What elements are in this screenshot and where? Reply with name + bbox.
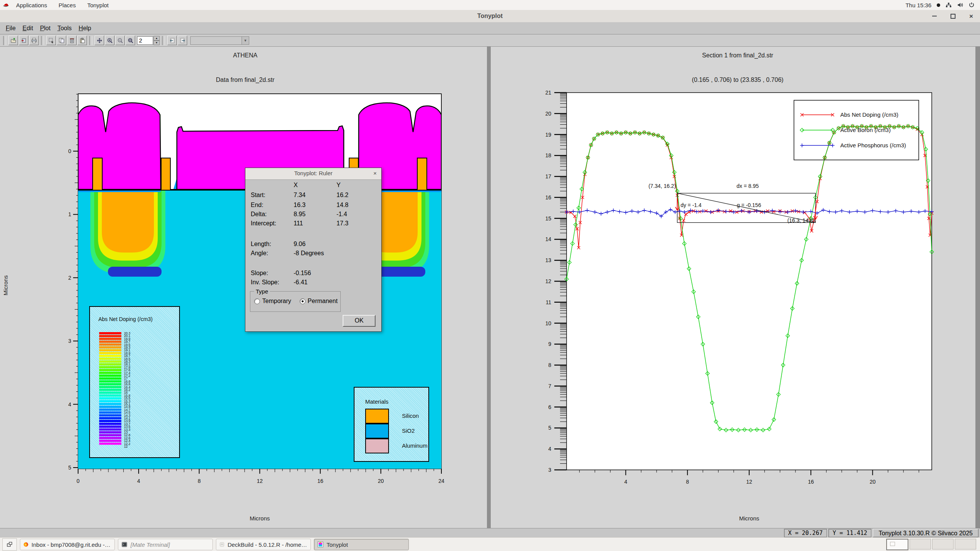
applications-menu[interactable]: Applications <box>11 1 52 9</box>
svg-text:Abs Net Doping (/cm3): Abs Net Doping (/cm3) <box>840 111 898 118</box>
row-label: Start: <box>251 192 265 199</box>
prev-plot-icon <box>169 37 175 44</box>
workspace-4[interactable] <box>955 539 976 549</box>
svg-text:10: 10 <box>545 320 551 326</box>
main-area: ATHENA Data from final_2d.str Microns 01… <box>0 47 980 528</box>
svg-text:3: 3 <box>548 467 551 473</box>
zoom-out-button[interactable] <box>115 36 125 45</box>
svg-text:5: 5 <box>68 465 71 471</box>
cursor-y-readout: Y = 11.412 <box>828 529 871 537</box>
svg-text:9: 9 <box>548 341 551 347</box>
row-value-x: 8.95 <box>294 211 305 218</box>
doping-legend-title: Abs Net Doping (/cm3) <box>98 316 153 322</box>
copy-button[interactable] <box>57 36 66 45</box>
file-menu[interactable]: File <box>2 24 19 33</box>
svg-text:8: 8 <box>198 478 201 484</box>
radio-temporary-icon[interactable] <box>254 298 260 304</box>
save-icon <box>21 37 27 44</box>
svg-text:20: 20 <box>545 111 551 117</box>
task-label: Tonyplot <box>327 541 348 548</box>
volume-icon[interactable] <box>957 2 963 8</box>
pan-button[interactable] <box>95 36 104 45</box>
tonyplot-icon <box>317 541 323 548</box>
radio-permanent[interactable]: Permanent <box>300 298 338 305</box>
network-icon[interactable] <box>946 2 952 8</box>
tools-menu[interactable]: Tools <box>54 24 75 33</box>
paste-button[interactable] <box>77 36 87 45</box>
task-firefox[interactable]: Inbox - bmp7008@g.rit.edu - Roche... <box>20 539 115 550</box>
workspace-2[interactable] <box>910 539 931 549</box>
window-title-bar[interactable]: Tonyplot × <box>0 10 980 23</box>
select-region-button[interactable] <box>46 36 56 45</box>
spin-down-icon[interactable]: ▼ <box>154 41 160 45</box>
zoom-level-value[interactable]: 2 <box>137 36 153 45</box>
svg-text:5: 5 <box>548 425 551 431</box>
save-button[interactable] <box>19 36 28 45</box>
workspace-1[interactable] <box>886 539 908 550</box>
toolbar-handle <box>3 36 6 45</box>
col-header-x: X <box>294 182 298 189</box>
ruler-dialog-titlebar[interactable]: Tonyplot: Ruler × <box>245 168 381 180</box>
spin-up-icon[interactable]: ▲ <box>154 36 160 41</box>
clock[interactable]: Thu 15:36 <box>905 2 931 8</box>
task-tonyplot[interactable]: Tonyplot <box>314 539 409 550</box>
minimize-button[interactable] <box>929 12 939 20</box>
zoom-in-icon <box>107 37 113 44</box>
places-menu[interactable]: Places <box>54 1 80 9</box>
print-icon <box>31 37 37 44</box>
row-value-x: -8 Degrees <box>294 250 324 257</box>
row-label: End: <box>251 202 263 209</box>
delete-button[interactable] <box>67 36 77 45</box>
zoom-in-button[interactable] <box>105 36 114 45</box>
radio-permanent-label: Permanent <box>308 298 338 305</box>
row-value-x: 111 <box>294 220 303 227</box>
zoom-level-spinner[interactable]: 2 ▲ ▼ <box>137 36 160 45</box>
svg-text:7: 7 <box>548 383 551 389</box>
cutline-chart[interactable]: 212019181716151413121110987654348121620(… <box>491 47 975 528</box>
ruler-dialog[interactable]: Tonyplot: Ruler × X Y Start:7.3416.2 End… <box>245 168 382 332</box>
sio2-swatch <box>365 424 389 439</box>
maximize-button[interactable] <box>948 12 958 20</box>
svg-text:3: 3 <box>68 338 71 344</box>
taskbar: Inbox - bmp7008@g.rit.edu - Roche... [Ma… <box>0 537 980 551</box>
power-icon[interactable] <box>969 2 975 8</box>
plot-menu[interactable]: Plot <box>36 24 54 33</box>
svg-text:12: 12 <box>746 479 752 485</box>
task-terminal[interactable]: [Mate Terminal] <box>118 539 213 550</box>
show-desktop-button[interactable] <box>2 538 17 551</box>
print-button[interactable] <box>29 36 39 45</box>
svg-text:6: 6 <box>548 404 551 410</box>
plot-selector-combo[interactable]: ▼ <box>190 36 249 45</box>
close-button[interactable]: × <box>966 12 976 20</box>
open-button[interactable] <box>8 36 18 45</box>
svg-text:0: 0 <box>68 148 71 154</box>
app-menu-bar: File Edit Plot Tools Help <box>0 22 980 34</box>
next-plot-icon <box>180 37 186 44</box>
help-menu[interactable]: Help <box>75 24 95 33</box>
row-value-y: 16.2 <box>336 192 348 199</box>
radio-permanent-icon[interactable] <box>300 298 305 304</box>
prev-plot-button[interactable] <box>167 36 177 45</box>
right-plot-panel[interactable]: Section 1 from final_2d.str (0.165 , 0.7… <box>491 47 975 528</box>
tonyplot-panel-menu[interactable]: Tonyplot <box>83 1 113 9</box>
row-value-x: -6.41 <box>294 279 307 286</box>
radio-temporary[interactable]: Temporary <box>254 298 291 305</box>
zoom-window-button[interactable] <box>126 36 135 45</box>
svg-text:dx = 8.95: dx = 8.95 <box>737 183 759 189</box>
task-deckbuild[interactable]: DeckBuild - 5.0.12.R - /home/bmp7... <box>216 539 311 550</box>
row-value-y: -1.4 <box>336 211 347 218</box>
zoom-window-icon <box>127 37 134 44</box>
left-plot-panel[interactable]: ATHENA Data from final_2d.str Microns 01… <box>0 47 487 528</box>
workspace-3[interactable] <box>932 539 954 549</box>
svg-text:20: 20 <box>870 479 876 485</box>
next-plot-button[interactable] <box>178 36 187 45</box>
edit-menu[interactable]: Edit <box>19 24 37 33</box>
svg-text:4: 4 <box>548 446 551 452</box>
combo-dropdown-icon[interactable]: ▼ <box>242 37 249 44</box>
paste-icon <box>79 37 85 44</box>
dialog-close-icon[interactable]: × <box>373 170 377 176</box>
doping-legend: Abs Net Doping (/cm3) 20.320.119.919.719… <box>89 306 180 458</box>
row-value-x: 7.34 <box>294 192 305 199</box>
ok-button[interactable]: OK <box>343 315 376 327</box>
notification-dot-icon[interactable] <box>937 3 940 7</box>
